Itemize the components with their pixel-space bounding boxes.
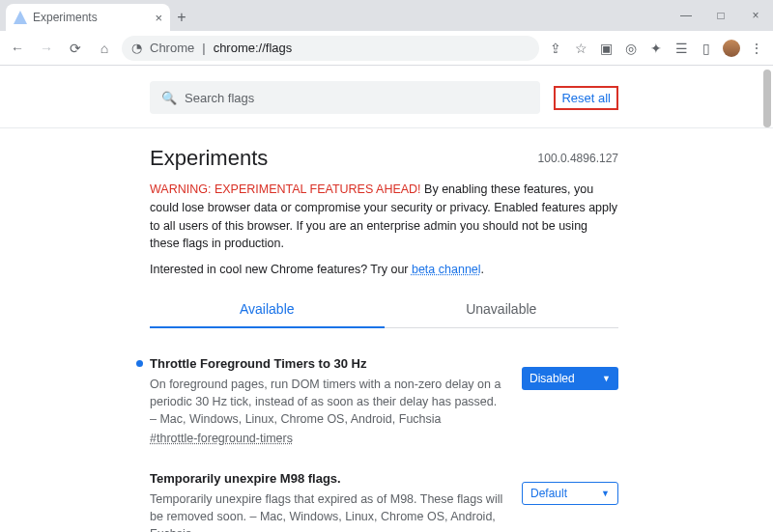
search-input[interactable]: 🔍 Search flags <box>150 81 540 114</box>
tab-unavailable[interactable]: Unavailable <box>385 292 619 328</box>
beta-channel-link[interactable]: beta channel <box>412 263 481 276</box>
flag-item: Temporarily unexpire M98 flags. Temporar… <box>150 462 618 532</box>
reset-all-highlight: Reset all <box>554 86 618 110</box>
search-placeholder: Search flags <box>185 91 254 105</box>
warning-text: WARNING: EXPERIMENTAL FEATURES AHEAD! By… <box>150 181 618 253</box>
share-icon[interactable]: ⇪ <box>545 38 566 59</box>
extension-icon-1[interactable]: ▣ <box>595 38 616 59</box>
forward-button[interactable]: → <box>35 37 58 60</box>
toolbar-right: ⇪ ☆ ▣ ◎ ✦ ☰ ▯ ⋮ <box>545 38 767 59</box>
browser-toolbar: ← → ⟳ ⌂ ◔ Chrome | chrome://flags ⇪ ☆ ▣ … <box>0 31 773 66</box>
flag-select[interactable]: Disabled ▼ <box>522 367 618 390</box>
reading-list-icon[interactable]: ☰ <box>671 38 692 59</box>
search-row: 🔍 Search flags Reset all <box>150 66 618 127</box>
site-info-icon[interactable]: ◔ <box>131 41 142 55</box>
home-button[interactable]: ⌂ <box>93 37 116 60</box>
flask-icon <box>14 11 27 24</box>
extension-icon-2[interactable]: ◎ <box>620 38 642 59</box>
page-content: 🔍 Search flags Reset all 100.0.4896.127 … <box>0 66 773 532</box>
close-window-button[interactable]: × <box>738 0 773 31</box>
menu-icon[interactable]: ⋮ <box>746 38 767 59</box>
search-icon: 🔍 <box>161 91 177 105</box>
reset-all-button[interactable]: Reset all <box>561 91 611 105</box>
chevron-down-icon: ▼ <box>602 374 611 383</box>
profile-avatar[interactable] <box>721 38 742 59</box>
reload-button[interactable]: ⟳ <box>64 37 87 60</box>
flag-item: Throttle Foreground Timers to 30 Hz On f… <box>150 348 618 462</box>
site-label: Chrome <box>150 41 194 55</box>
version-text: 100.0.4896.127 <box>538 152 618 165</box>
flag-title: Temporarily unexpire M98 flags. <box>150 470 506 489</box>
chevron-down-icon: ▼ <box>601 489 610 498</box>
new-tab-button[interactable]: + <box>170 4 193 31</box>
minimize-button[interactable]: — <box>669 0 703 31</box>
flag-title: Throttle Foreground Timers to 30 Hz <box>150 355 506 374</box>
flag-select[interactable]: Default ▼ <box>522 482 618 505</box>
url-text: chrome://flags <box>214 41 293 55</box>
titlebar: Experiments × + — □ × <box>0 0 773 31</box>
viewport: 🔍 Search flags Reset all 100.0.4896.127 … <box>0 66 773 532</box>
browser-tab[interactable]: Experiments × <box>6 4 170 31</box>
maximize-button[interactable]: □ <box>703 0 738 31</box>
flag-description: Temporarily unexpire flags that expired … <box>150 490 506 532</box>
side-panel-icon[interactable]: ▯ <box>696 38 717 59</box>
bookmark-icon[interactable]: ☆ <box>570 38 591 59</box>
flag-list: Throttle Foreground Timers to 30 Hz On f… <box>150 328 618 532</box>
flag-description: On foreground pages, run DOM timers with… <box>150 376 506 428</box>
back-button[interactable]: ← <box>6 37 29 60</box>
flag-anchor-link[interactable]: #throttle-foreground-timers <box>150 430 293 447</box>
extensions-puzzle-icon[interactable]: ✦ <box>645 38 667 59</box>
tab-title: Experiments <box>33 11 149 24</box>
window-controls: — □ × <box>669 0 773 31</box>
address-bar[interactable]: ◔ Chrome | chrome://flags <box>122 36 539 61</box>
separator <box>0 127 773 128</box>
warning-prefix: WARNING: EXPERIMENTAL FEATURES AHEAD! <box>150 182 421 196</box>
tab-available[interactable]: Available <box>150 292 385 328</box>
interest-line: Interested in cool new Chrome features? … <box>150 263 618 276</box>
scrollbar-thumb[interactable] <box>763 70 771 127</box>
tabs: Available Unavailable <box>150 292 618 328</box>
close-tab-icon[interactable]: × <box>155 11 162 25</box>
